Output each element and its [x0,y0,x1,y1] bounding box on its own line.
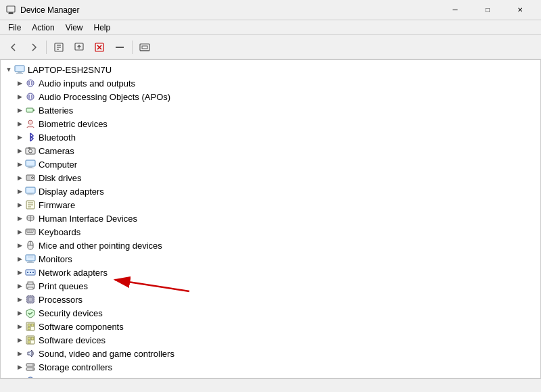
list-item[interactable]: ▶ Audio Processing Objects (APOs) [1,90,540,103]
list-item[interactable]: ▶ [1,293,540,306]
expand-icon[interactable]: ▶ [14,362,25,372]
svg-point-89 [27,377,34,378]
device-tree[interactable]: ▼ LAPTOP-ESH2SN7U ▶ [0,59,541,378]
list-item[interactable]: ▶ Display adapters [1,185,540,198]
list-item[interactable]: ▶ Monitors [1,252,540,266]
list-item[interactable]: ▶ Human Interface Devices [1,212,540,225]
svg-rect-30 [27,176,30,180]
expand-icon[interactable]: ▶ [14,132,25,143]
expand-icon[interactable]: ▶ [14,159,25,170]
item-label: Audio Processing Objects (APOs) [39,92,170,102]
item-label: Biometric devices [39,119,108,129]
update-driver-button[interactable] [70,38,89,57]
expand-icon[interactable]: ▶ [14,348,25,359]
svg-rect-0 [7,6,15,12]
svg-rect-54 [28,261,32,262]
list-item[interactable]: ▶ Software devices [1,333,540,347]
svg-rect-62 [28,287,33,289]
list-item[interactable]: ▶ Print queues [1,279,540,293]
item-label: Human Interface Devices [39,214,137,224]
root-expand-icon[interactable]: ▼ [3,64,14,75]
tree-root: ▼ LAPTOP-ESH2SN7U ▶ [1,60,540,378]
expand-icon[interactable]: ▶ [14,213,25,224]
svg-rect-13 [142,46,147,49]
window-title: Device Manager [20,5,440,15]
properties-button[interactable] [49,38,68,57]
expand-icon[interactable]: ▶ [14,91,25,102]
expand-icon[interactable]: ▶ [14,321,25,332]
sound-icon [25,348,36,359]
expand-icon[interactable]: ▶ [14,375,25,378]
list-item[interactable]: ▶ Batteries [1,103,540,117]
expand-icon[interactable]: ▶ [14,335,25,345]
menu-action[interactable]: Action [26,22,60,34]
svg-rect-51 [26,255,35,261]
svg-point-18 [27,80,34,87]
expand-icon[interactable]: ▶ [14,240,25,251]
toolbar [0,35,541,59]
svg-point-88 [32,368,34,370]
minimize-button[interactable]: ─ [440,0,471,20]
list-item[interactable]: ▶ Firmware [1,198,540,212]
expand-icon[interactable]: ▶ [14,105,25,116]
list-item[interactable]: ▶ Security devices [1,306,540,320]
list-item[interactable]: ▶ System devices [1,374,540,378]
svg-rect-78 [28,324,30,326]
svg-rect-45 [28,230,30,232]
list-item[interactable]: ▶ Sound, video and game controllers [1,347,540,360]
list-item[interactable]: ▶ Software components [1,320,540,333]
disable-button[interactable] [110,38,129,57]
expand-icon[interactable]: ▶ [14,308,25,318]
expand-icon[interactable]: ▶ [14,199,25,210]
uninstall-button[interactable] [90,38,109,57]
tree-root-item[interactable]: ▼ LAPTOP-ESH2SN7U [1,63,540,76]
expand-icon[interactable]: ▶ [14,186,25,197]
close-button[interactable]: ✕ [504,0,536,20]
back-button[interactable] [4,38,23,57]
item-label: Storage controllers [39,362,112,372]
expand-icon[interactable]: ▶ [14,78,25,89]
item-label: Audio inputs and outputs [39,78,135,89]
svg-point-22 [28,120,32,124]
expand-icon[interactable]: ▶ [14,118,25,129]
list-item[interactable]: ▶ Biometric devices [1,117,540,130]
scan-hardware-button[interactable] [135,38,154,57]
list-item[interactable]: ▶ Mice and other pointing devices [1,239,540,252]
separator-1 [46,41,47,54]
expand-icon[interactable]: ▶ [14,226,25,237]
network-icon [25,267,36,278]
svg-rect-34 [27,195,34,195]
expand-icon[interactable]: ▶ [14,145,25,156]
list-item[interactable]: ▶ Storage controllers [1,360,540,374]
expand-icon[interactable]: ▶ [14,294,25,305]
list-item[interactable]: ▶ Computer [1,157,540,171]
list-item[interactable]: ▶ Cameras [1,144,540,157]
list-item[interactable]: ▶ Audio inputs and outputs [1,76,540,90]
list-item[interactable]: ▶ Bluetooth [1,130,540,144]
menu-file[interactable]: File [3,22,26,34]
maximize-button[interactable]: □ [472,0,503,20]
item-label: Monitors [39,254,72,264]
status-bar [0,378,541,392]
monitor-icon [25,253,36,264]
software-devices-icon [25,335,36,345]
svg-rect-43 [26,229,35,235]
list-item[interactable]: ▶ Keyboards [1,225,540,239]
svg-rect-25 [28,147,30,149]
list-item[interactable]: ▶ Disk drives [1,171,540,185]
item-label: Processors [39,295,83,305]
expand-icon[interactable]: ▶ [14,280,25,291]
list-item[interactable]: ▶ Network adapters [1,266,540,279]
expand-icon[interactable]: ▶ [14,267,25,278]
forward-button[interactable] [24,38,43,57]
system-icon [25,375,36,378]
svg-rect-33 [28,193,32,195]
menu-view[interactable]: View [60,22,89,34]
item-label: Mice and other pointing devices [39,241,162,251]
svg-rect-26 [26,160,35,166]
expand-icon[interactable]: ▶ [14,253,25,264]
svg-rect-27 [28,166,32,168]
menu-help[interactable]: Help [89,22,116,34]
svg-rect-55 [27,262,34,263]
expand-icon[interactable]: ▶ [14,172,25,183]
